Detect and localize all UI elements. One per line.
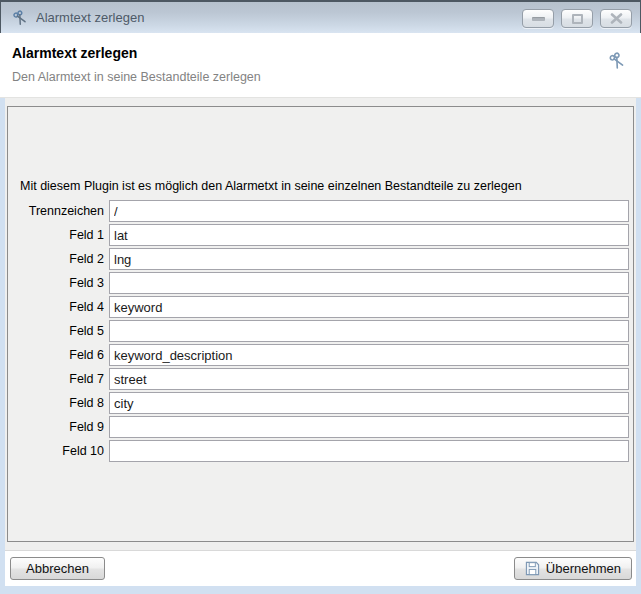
field-label-feld-3: Feld 3: [16, 276, 104, 290]
field-input-feld-4[interactable]: [109, 296, 629, 318]
field-input-feld-3[interactable]: [109, 272, 629, 294]
close-button[interactable]: [600, 9, 632, 28]
form-field-row: Feld 4: [16, 296, 629, 318]
field-label-feld-8: Feld 8: [16, 396, 104, 410]
field-label-feld-10: Feld 10: [16, 444, 104, 458]
form-field-row: Feld 5: [16, 320, 629, 342]
field-label-feld-7: Feld 7: [16, 372, 104, 386]
window-controls: [522, 9, 632, 28]
form-field-row: Feld 9: [16, 416, 629, 438]
maximize-button[interactable]: [561, 9, 593, 28]
form-field-row: Trennzeichen: [16, 200, 629, 222]
window-title: Alarmtext zerlegen: [36, 10, 522, 25]
field-label-feld-2: Feld 2: [16, 252, 104, 266]
page-subtitle: Den Alarmtext in seine Bestandteile zerl…: [12, 70, 629, 84]
field-input-feld-7[interactable]: [109, 368, 629, 390]
field-label-feld-6: Feld 6: [16, 348, 104, 362]
cancel-button-label: Abbrechen: [26, 561, 89, 576]
field-label-feld-1: Feld 1: [16, 228, 104, 242]
field-input-feld-10[interactable]: [109, 440, 629, 462]
content-area: Mit diesem Plugin ist es möglich den Ala…: [5, 98, 636, 550]
form-field-row: Feld 3: [16, 272, 629, 294]
titlebar: Alarmtext zerlegen: [0, 0, 641, 33]
save-icon: [525, 561, 540, 576]
button-bar: Abbrechen Übernehmen: [5, 550, 636, 586]
apply-button[interactable]: Übernehmen: [514, 557, 632, 580]
scissors-icon: [11, 9, 29, 27]
field-rows: Trennzeichen Feld 1 Feld 2 Feld 3 Feld 4…: [16, 200, 629, 462]
dialog-window: Alarmtext zerlegen Alarmtext zerlegen De…: [0, 0, 641, 594]
field-input-feld-2[interactable]: [109, 248, 629, 270]
close-icon: [610, 13, 623, 24]
field-input-feld-1[interactable]: [109, 224, 629, 246]
form-field-row: Feld 6: [16, 344, 629, 366]
field-input-feld-9[interactable]: [109, 416, 629, 438]
minimize-icon: [532, 17, 545, 21]
scissors-icon: [607, 51, 627, 71]
dialog-body: Mit diesem Plugin ist es möglich den Ala…: [0, 98, 641, 594]
form-field-row: Feld 8: [16, 392, 629, 414]
form-field-row: Feld 7: [16, 368, 629, 390]
form-field-row: Feld 1: [16, 224, 629, 246]
field-input-feld-5[interactable]: [109, 320, 629, 342]
dialog-header: Alarmtext zerlegen Den Alarmtext in sein…: [0, 33, 641, 98]
cancel-button[interactable]: Abbrechen: [10, 557, 105, 580]
apply-button-label: Übernehmen: [546, 561, 621, 576]
plugin-panel: Mit diesem Plugin ist es möglich den Ala…: [7, 106, 634, 542]
field-label-feld-4: Feld 4: [16, 300, 104, 314]
field-label-trennzeichen: Trennzeichen: [16, 204, 104, 218]
page-title: Alarmtext zerlegen: [12, 45, 629, 61]
minimize-button[interactable]: [522, 9, 554, 28]
field-input-trennzeichen[interactable]: [109, 200, 629, 222]
field-input-feld-6[interactable]: [109, 344, 629, 366]
form-field-row: Feld 2: [16, 248, 629, 270]
field-input-feld-8[interactable]: [109, 392, 629, 414]
form-field-row: Feld 10: [16, 440, 629, 462]
maximize-icon: [572, 14, 583, 24]
plugin-description: Mit diesem Plugin ist es möglich den Ala…: [20, 179, 629, 193]
field-label-feld-9: Feld 9: [16, 420, 104, 434]
field-label-feld-5: Feld 5: [16, 324, 104, 338]
